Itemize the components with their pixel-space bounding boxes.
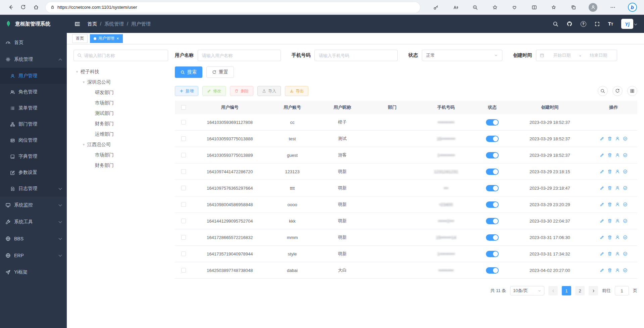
- assign-role-icon[interactable]: [623, 268, 628, 273]
- sidebar-toggle-icon[interactable]: [74, 21, 81, 27]
- edit-user-icon[interactable]: [600, 202, 604, 207]
- row-checkbox[interactable]: [181, 186, 186, 190]
- status-toggle[interactable]: [486, 201, 499, 208]
- next-page-icon[interactable]: [589, 286, 598, 295]
- font-size-icon[interactable]: [608, 21, 613, 26]
- user-avatar[interactable]: Yj: [621, 19, 637, 29]
- sidebar-item-log-management[interactable]: 日志管理: [0, 181, 67, 197]
- sidebar-item-param-settings[interactable]: 参数设置: [0, 165, 67, 181]
- favorites-icon[interactable]: [548, 2, 559, 13]
- reset-password-icon[interactable]: [615, 186, 620, 190]
- assign-role-icon[interactable]: [623, 235, 628, 240]
- back-button[interactable]: [5, 2, 16, 13]
- sidebar-item-post-management[interactable]: 岗位管理: [0, 132, 67, 148]
- row-checkbox[interactable]: [181, 136, 186, 141]
- reset-password-icon[interactable]: [615, 251, 620, 256]
- reset-password-icon[interactable]: [615, 136, 620, 141]
- read-aloud-icon[interactable]: [450, 2, 461, 13]
- select-all-checkbox[interactable]: [181, 105, 186, 110]
- delete-user-icon[interactable]: [607, 202, 612, 207]
- tree-node-leaf[interactable]: 市场部门: [73, 98, 168, 108]
- edit-user-icon[interactable]: [600, 235, 604, 240]
- status-toggle[interactable]: [486, 119, 499, 126]
- search-icon[interactable]: [553, 21, 558, 27]
- row-checkbox[interactable]: [181, 202, 186, 207]
- edit-user-icon[interactable]: [600, 251, 604, 256]
- edit-user-icon[interactable]: [600, 268, 604, 273]
- status-toggle[interactable]: [486, 234, 499, 241]
- more-menu-icon[interactable]: [607, 2, 618, 13]
- tree-node-leaf[interactable]: 财务部门: [73, 119, 168, 129]
- browser-profile-avatar[interactable]: [587, 2, 599, 13]
- sidebar-item-dict-management[interactable]: 字典管理: [0, 148, 67, 165]
- page-button-1[interactable]: 1: [562, 286, 571, 295]
- sidebar-item-dept-management[interactable]: 部门管理: [0, 116, 67, 132]
- assign-role-icon[interactable]: [623, 153, 628, 157]
- delete-user-icon[interactable]: [607, 186, 612, 190]
- caret-down-icon[interactable]: ▼: [82, 81, 85, 84]
- tree-node-branch[interactable]: ▼ 深圳总公司: [73, 77, 168, 87]
- username-input[interactable]: [198, 50, 281, 61]
- status-toggle[interactable]: [486, 267, 499, 274]
- edit-user-icon[interactable]: [600, 136, 604, 141]
- sidebar-item-menu-management[interactable]: 菜单管理: [0, 100, 67, 116]
- status-toggle[interactable]: [486, 185, 499, 191]
- assign-role-icon[interactable]: [623, 186, 628, 190]
- add-favorite-icon[interactable]: [489, 2, 501, 13]
- show-search-toggle-icon[interactable]: [598, 86, 608, 96]
- column-settings-icon[interactable]: [627, 86, 637, 96]
- tree-node-branch[interactable]: ▼ 江西总公司: [73, 139, 168, 150]
- delete-user-icon[interactable]: [607, 235, 612, 240]
- caret-down-icon[interactable]: ▼: [82, 143, 85, 146]
- delete-user-icon[interactable]: [607, 219, 612, 223]
- fullscreen-icon[interactable]: [594, 21, 600, 27]
- tree-node-leaf[interactable]: 研发部门: [73, 87, 168, 98]
- page-size-select[interactable]: 10条/页: [510, 286, 544, 295]
- reset-password-icon[interactable]: [615, 202, 620, 207]
- row-checkbox[interactable]: [181, 268, 186, 273]
- edit-user-icon[interactable]: [600, 186, 604, 190]
- edit-user-icon[interactable]: [600, 219, 604, 223]
- reset-password-icon[interactable]: [615, 153, 620, 157]
- status-select[interactable]: 正常: [422, 50, 502, 61]
- goto-page-input[interactable]: [615, 286, 629, 295]
- reset-password-icon[interactable]: [615, 169, 620, 174]
- sidebar-item-system-management[interactable]: 系统管理: [0, 51, 67, 68]
- row-checkbox[interactable]: [181, 153, 186, 157]
- row-checkbox[interactable]: [181, 235, 186, 240]
- caret-down-icon[interactable]: ▼: [76, 70, 79, 74]
- sidebar-item-bbs[interactable]: BBS: [0, 230, 67, 247]
- breadcrumb-home[interactable]: 首页: [87, 21, 104, 27]
- status-toggle[interactable]: [486, 152, 499, 158]
- row-checkbox[interactable]: [181, 251, 186, 256]
- prev-page-icon[interactable]: [548, 286, 558, 295]
- edit-user-icon[interactable]: [600, 153, 604, 157]
- close-icon[interactable]: [116, 36, 119, 41]
- assign-role-icon[interactable]: [623, 251, 628, 256]
- help-icon[interactable]: [581, 21, 586, 27]
- breadcrumb-system[interactable]: 系统管理: [104, 21, 131, 27]
- reset-password-icon[interactable]: [615, 268, 620, 273]
- import-button[interactable]: 导入: [257, 86, 281, 96]
- date-range-picker[interactable]: 开始日期 - 结束日期: [536, 50, 617, 61]
- sidebar-item-user-management[interactable]: 用户管理: [0, 68, 67, 84]
- browser-essentials-icon[interactable]: [509, 2, 520, 13]
- password-key-icon[interactable]: [430, 2, 442, 13]
- delete-user-icon[interactable]: [607, 251, 612, 256]
- reset-password-icon[interactable]: [615, 219, 620, 223]
- reset-button[interactable]: 重置: [206, 66, 234, 78]
- copilot-icon[interactable]: [627, 2, 638, 13]
- tab-user-management[interactable]: 用户管理: [90, 34, 123, 43]
- home-button[interactable]: [30, 2, 42, 13]
- assign-role-icon[interactable]: [623, 169, 628, 174]
- sidebar-item-yi-framework[interactable]: Yi框架: [0, 264, 67, 281]
- status-toggle[interactable]: [486, 218, 499, 224]
- sidebar-item-erp[interactable]: ERP: [0, 247, 67, 264]
- export-button[interactable]: 导出: [285, 86, 308, 96]
- row-checkbox[interactable]: [181, 120, 186, 125]
- assign-role-icon[interactable]: [623, 136, 628, 141]
- row-checkbox[interactable]: [181, 169, 186, 174]
- phone-input[interactable]: [314, 50, 398, 61]
- sidebar-item-role-management[interactable]: 角色管理: [0, 84, 67, 100]
- edit-button[interactable]: 修改: [202, 86, 226, 96]
